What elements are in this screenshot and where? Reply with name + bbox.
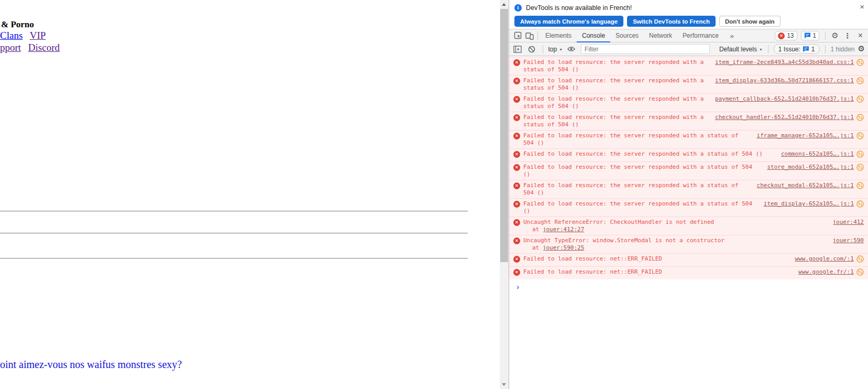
error-icon: × bbox=[513, 237, 520, 244]
console-prompt[interactable]: › bbox=[509, 279, 868, 291]
vip-link[interactable]: VIP bbox=[30, 30, 46, 41]
extension-initiator-icon bbox=[856, 255, 864, 265]
nav-links-row-2: pport Discord bbox=[0, 42, 64, 53]
devtools-close-icon[interactable]: × bbox=[856, 31, 864, 40]
divider bbox=[825, 31, 826, 40]
stack-link[interactable]: jouer:590:25 bbox=[543, 244, 584, 251]
console-source-link[interactable]: iframe_manager-652a105….js:1 bbox=[757, 132, 854, 139]
console-source-link[interactable]: www.google.fr/:1 bbox=[798, 268, 854, 276]
console-error-row: × Failed to load resource: the server re… bbox=[509, 112, 868, 130]
error-icon: × bbox=[513, 201, 520, 208]
stack-at: at bbox=[532, 244, 543, 251]
nav-links-row-1: Clans VIP bbox=[0, 30, 50, 41]
inspect-element-icon[interactable] bbox=[512, 30, 524, 41]
console-message-line1: Failed to load resource: the server resp… bbox=[523, 95, 709, 103]
console-message-line2: status of 504 () bbox=[523, 121, 709, 128]
console-source-link[interactable]: store_modal-652a105….js:1 bbox=[767, 164, 854, 171]
console-message-line2: status of 504 () bbox=[523, 66, 709, 73]
stack-at: at bbox=[532, 226, 543, 233]
error-icon: × bbox=[513, 269, 520, 276]
console-prompt-chevron-icon: › bbox=[515, 283, 520, 292]
always-match-language-button[interactable]: Always match Chrome's language bbox=[514, 16, 623, 27]
console-message-line2: status of 504 () bbox=[523, 103, 709, 110]
console-error-row: × Failed to load resource: the server re… bbox=[509, 198, 868, 217]
console-settings-gear-icon[interactable]: ⚙ bbox=[858, 45, 865, 53]
tab-sources[interactable]: Sources bbox=[610, 29, 644, 42]
console-source-link[interactable]: www.google.com/:1 bbox=[795, 255, 854, 263]
console-message-line2: 504 () bbox=[523, 189, 751, 197]
divider bbox=[537, 31, 538, 40]
error-count-badge[interactable]: × 13 bbox=[775, 31, 797, 40]
clear-console-icon[interactable] bbox=[526, 44, 537, 55]
error-icon: × bbox=[513, 78, 520, 84]
tab-console[interactable]: Console bbox=[577, 29, 610, 42]
issues-chip[interactable]: 1 Issue: 1 bbox=[774, 44, 820, 54]
console-error-row: × Failed to load resource: net::ERR_FAIL… bbox=[509, 253, 868, 266]
console-message-line2: () bbox=[523, 171, 761, 178]
page-title: & Porno bbox=[1, 19, 34, 30]
console-source-link[interactable]: jouer:590 bbox=[832, 237, 864, 244]
console-error-row: × Uncaught TypeError: window.StoreModal … bbox=[509, 235, 868, 253]
console-source-link[interactable]: checkout_modal-652a105….js:1 bbox=[757, 182, 854, 189]
extension-initiator-icon bbox=[856, 77, 864, 87]
console-source-link[interactable]: item_display-633d36b…50d7218666157.css:1 bbox=[715, 77, 854, 84]
console-source-link[interactable]: payment_callback-652…51d24010b76d37.js:1 bbox=[715, 95, 854, 103]
console-source-link[interactable]: checkout_handler-652…51d24010b76d37.js:1 bbox=[715, 114, 854, 121]
hidden-messages-label: 1 hidden bbox=[830, 46, 854, 53]
console-error-row: × Failed to load resource: net::ERR_FAIL… bbox=[509, 266, 868, 279]
divider bbox=[768, 45, 768, 53]
console-source-link[interactable]: jouer:412 bbox=[832, 219, 864, 226]
context-selector[interactable]: top▼ bbox=[548, 46, 563, 53]
console-message-line1: Failed to load resource: the server resp… bbox=[523, 164, 761, 171]
more-tabs-icon[interactable]: » bbox=[730, 32, 734, 40]
page-vertical-scrollbar[interactable] bbox=[500, 0, 509, 389]
discord-link[interactable]: Discord bbox=[28, 42, 60, 53]
scroll-down-arrow-icon[interactable] bbox=[500, 380, 509, 389]
scroll-up-arrow-icon[interactable] bbox=[500, 0, 509, 9]
tab-elements[interactable]: Elements bbox=[540, 29, 577, 42]
console-message-line1: Uncaught ReferenceError: CheckoutHandler… bbox=[523, 219, 826, 226]
device-toolbar-icon[interactable] bbox=[524, 30, 535, 41]
extension-initiator-icon bbox=[856, 95, 864, 105]
console-message-list: × Failed to load resource: the server re… bbox=[509, 57, 868, 291]
filter-input[interactable] bbox=[581, 44, 710, 54]
devtools-tab-bar: Elements Console Sources Network Perform… bbox=[509, 29, 868, 42]
error-icon: × bbox=[513, 96, 520, 103]
console-source-link[interactable]: commons-652a105….js:1 bbox=[781, 150, 854, 158]
kebab-menu-icon[interactable]: ⋮ bbox=[842, 31, 853, 40]
horizontal-rule bbox=[0, 211, 468, 212]
extension-initiator-icon bbox=[856, 200, 864, 210]
live-expression-eye-icon[interactable] bbox=[566, 44, 577, 55]
page-question-text: oint aimez-vous nos waifus monstres sexy… bbox=[0, 359, 182, 371]
settings-gear-icon[interactable]: ⚙ bbox=[831, 32, 838, 40]
horizontal-rule bbox=[0, 258, 468, 259]
clans-link[interactable]: Clans bbox=[0, 30, 23, 41]
error-icon: × bbox=[513, 182, 520, 189]
extension-initiator-icon bbox=[856, 182, 864, 191]
dont-show-again-button[interactable]: Don't show again bbox=[719, 16, 781, 27]
console-message-line2: status of 504 () bbox=[523, 84, 709, 92]
stack-link[interactable]: jouer:412:27 bbox=[543, 226, 584, 233]
issue-bubble-icon bbox=[803, 46, 809, 52]
console-error-row: × Failed to load resource: the server re… bbox=[509, 130, 868, 148]
console-source-link[interactable]: item_iframe-2ece8493…a4c55d3bd40ad.css:1 bbox=[715, 59, 854, 66]
tab-performance[interactable]: Performance bbox=[677, 29, 724, 42]
console-message-line1: Failed to load resource: the server resp… bbox=[523, 132, 751, 139]
switch-devtools-french-button[interactable]: Switch DevTools to French bbox=[627, 16, 716, 27]
console-message-line2: () bbox=[523, 208, 757, 215]
extension-initiator-icon bbox=[856, 150, 864, 160]
tab-network[interactable]: Network bbox=[644, 29, 677, 42]
banner-close-icon[interactable]: × bbox=[860, 2, 864, 11]
log-levels-dropdown[interactable]: Default levels▼ bbox=[719, 46, 763, 53]
console-message-line1: Uncaught TypeError: window.StoreModal is… bbox=[523, 237, 826, 244]
error-icon: × bbox=[513, 164, 520, 171]
error-icon: × bbox=[513, 133, 520, 139]
web-page: & Porno Clans VIP pport Discord oint aim… bbox=[0, 0, 500, 389]
console-sidebar-toggle-icon[interactable] bbox=[512, 44, 523, 55]
scrollbar-thumb[interactable] bbox=[500, 9, 508, 262]
console-source-link[interactable]: item_display-652a105….js:1 bbox=[764, 200, 854, 208]
issue-count-badge[interactable]: 1 bbox=[801, 31, 820, 40]
console-message-line1: Failed to load resource: net::ERR_FAILED bbox=[523, 268, 792, 276]
support-link[interactable]: pport bbox=[0, 42, 21, 53]
console-error-row: × Uncaught ReferenceError: CheckoutHandl… bbox=[509, 217, 868, 235]
